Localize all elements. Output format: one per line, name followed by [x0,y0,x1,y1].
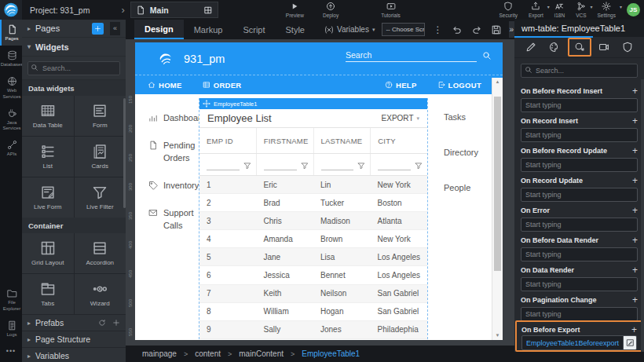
event-input[interactable] [521,128,638,142]
tab-markup[interactable]: Markup [184,20,233,39]
rail-item-apis[interactable]: APIs [0,135,22,161]
event-input[interactable] [521,188,638,202]
widget-tile-accordion[interactable]: Accordion [75,233,126,273]
table-row[interactable]: 2BradTuckerBoston [199,194,427,212]
widget-selection-bar[interactable]: EmployeeTable1 [199,98,427,109]
security-button[interactable]: Security [499,2,517,18]
widget-tile-form[interactable]: Form [75,96,126,136]
rail-item-file-explorer[interactable]: File Explorer [0,283,22,315]
column-header-city[interactable]: CITY [371,128,427,153]
app-nav-logout[interactable]: LOGOUT [437,81,481,90]
collapse-panel-button[interactable]: « [110,22,120,35]
save-icon[interactable] [491,24,502,35]
employee-table-widget[interactable]: EmployeeTable1 Employee List EXPORT ▾ EM… [199,98,428,339]
app-menu-dashboard[interactable]: Dashboard [148,112,199,125]
app-menu-tasks[interactable]: Tasks [444,112,478,122]
export-button[interactable]: ▾Export [529,2,543,18]
scroll-up-icon[interactable]: ▲ [492,78,503,86]
rail-item-databases[interactable]: Databases [0,46,22,71]
breadcrumb-item-mainpage[interactable]: mainpage [142,349,177,358]
rail-item-logs[interactable]: Logs [0,316,22,342]
tab-script[interactable]: Script [232,20,275,39]
event-input[interactable] [521,277,638,291]
panel-tab-events[interactable] [568,38,591,57]
wavemaker-logo-icon[interactable] [0,0,22,20]
add-event-icon[interactable]: + [632,296,638,304]
add-event-icon[interactable]: + [632,147,638,155]
section-page-structure[interactable]: ▸Page Structure [22,331,126,347]
breadcrumb-item-content[interactable]: content [195,349,221,358]
edit-script-icon[interactable] [623,336,636,349]
event-input[interactable] [521,218,638,232]
table-row[interactable]: 9SallyJonesPhiladephia [199,321,427,339]
column-header-firstname[interactable]: FIRSTNAME [257,128,314,153]
event-input[interactable] [521,247,638,261]
page-selector[interactable]: Main [130,2,218,18]
widget-tile-list[interactable]: List [22,137,74,177]
filter-funnel-icon[interactable] [243,162,251,170]
breadcrumb-item-employeetable1[interactable]: EmployeeTable1 [302,349,360,358]
filter-input[interactable] [321,161,354,170]
canvas-scrollbar[interactable]: ▲ ▼ [492,78,503,340]
panel-tab-styles[interactable] [547,39,562,55]
app-search-input[interactable] [346,49,477,62]
tab-design[interactable]: Design [134,20,184,39]
widget-search-input[interactable] [27,61,120,75]
table-row[interactable]: 1EricLinNew York [199,176,427,194]
expand-panel-button[interactable]: » [509,21,514,38]
app-nav-order[interactable]: ORDER [203,81,242,90]
column-header-lastname[interactable]: LASTNAME [314,128,371,153]
widget-tile-wizard[interactable]: Wizard [75,274,126,314]
preview-button[interactable]: Preview [286,2,304,18]
table-row[interactable]: 6JessicaBennetLos Angeles [199,266,427,284]
settings-button[interactable]: ▾Settings [598,2,617,18]
widget-tile-live-form[interactable]: Live Form [22,177,74,218]
refresh-icon[interactable] [98,319,106,327]
table-row[interactable]: 5JaneLisaLos Angeles [199,248,427,266]
widget-tile-tabs[interactable]: Tabs [22,274,74,314]
redo-icon[interactable] [471,24,482,35]
tutorials-button[interactable]: Tutorials [381,2,401,18]
widgets-scrollbar[interactable] [123,98,126,208]
vcs-button[interactable]: ▾VCS [576,2,586,18]
rail-item-java-services[interactable]: Java Services [0,104,22,135]
add-event-icon[interactable]: + [632,236,638,244]
breadcrumb-item-maincontent[interactable]: mainContent [239,349,284,358]
app-nav-home[interactable]: HOME [148,81,182,90]
table-row[interactable]: 4AmandaBrownNew York [199,230,427,248]
column-header-emp-id[interactable]: EMP ID [199,128,257,153]
panel-tab-device[interactable] [596,39,612,55]
avatar[interactable]: JS [627,3,640,16]
undo-icon[interactable] [452,24,463,35]
section-variables[interactable]: ▸Variables [22,347,126,362]
table-row[interactable]: 7KeithNeilsonSan Gabriel [199,285,427,303]
add-event-icon[interactable]: + [632,207,638,214]
event-input[interactable] [521,158,638,172]
screen-size-select[interactable]: -- Choose Screen Size -- ▼ [382,23,424,36]
table-row[interactable]: 3ChrisMadisonAtlanta [199,212,427,230]
add-event-icon[interactable]: + [632,117,638,125]
deploy-button[interactable]: Deploy [323,2,338,18]
widgets-section-header[interactable]: ▾ Widgets [22,38,126,57]
move-icon[interactable] [203,100,210,108]
variables-dropdown[interactable]: Variables ▾ [324,25,375,35]
widget-tile-data-table[interactable]: Data Table [22,96,74,136]
widget-tile-cards[interactable]: Cards [75,137,126,177]
events-search-input[interactable] [521,64,638,78]
filter-funnel-icon[interactable] [415,162,423,170]
add-event-icon[interactable]: + [632,266,638,274]
scroll-down-icon[interactable]: ▼ [492,331,503,340]
scrollbar-thumb[interactable] [494,97,501,271]
app-nav-help[interactable]: HELP [385,81,417,90]
rail-item-pages[interactable]: Pages [0,20,22,46]
filter-funnel-icon[interactable] [357,162,365,170]
widget-tile-live-filter[interactable]: Live Filter [75,177,126,218]
tab-style[interactable]: Style [276,20,315,39]
add-icon[interactable] [112,319,120,327]
widget-tile-grid-layout[interactable]: Grid Layout [22,233,74,273]
filter-input[interactable] [378,161,411,170]
panel-tab-properties[interactable] [523,39,539,55]
section-prefabs[interactable]: ▸Prefabs [22,314,126,331]
event-handler-link[interactable]: EmployeeTable1Beforeexport [522,336,623,349]
panel-tab-shield[interactable] [620,39,635,55]
